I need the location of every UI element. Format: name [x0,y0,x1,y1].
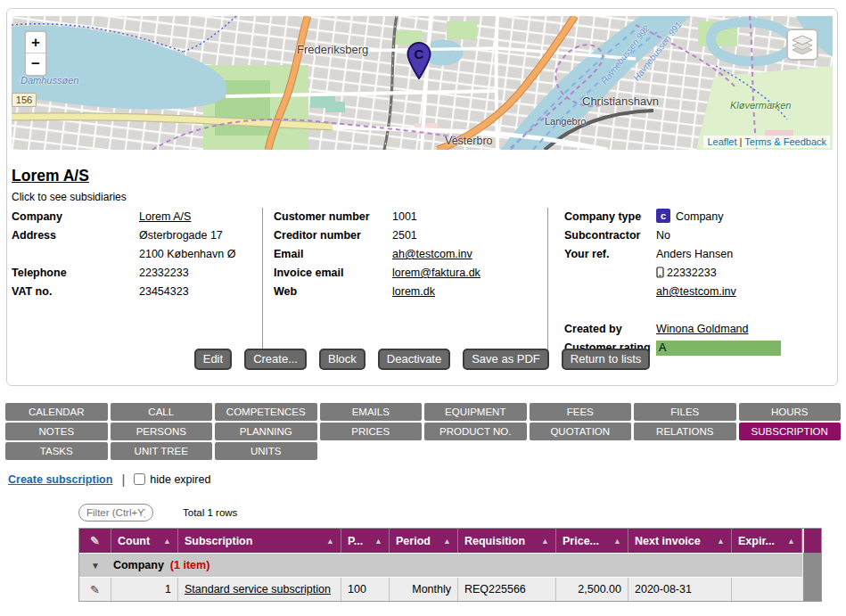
tab-units[interactable]: UNITS [215,442,317,460]
column-header-expires[interactable]: Expir... ▲ [732,529,802,553]
column-header-p[interactable]: P... ▲ [341,529,390,553]
toolbar-separator: | [121,472,125,487]
tab-fees[interactable]: FEES [530,403,632,421]
column-header-period[interactable]: Period ▲ [390,529,458,553]
action-button-row: Edit Create... Block Deactivate Save as … [7,349,837,370]
your-ref-name: Anders Hansen [656,245,736,264]
column-header-price[interactable]: Price... ▲ [556,529,628,553]
map-zoom-control: + − [24,30,47,77]
subcontractor-value: No [656,226,670,245]
scrollbar-header-cell [802,529,821,553]
spacer [564,301,834,320]
column-header-subscription[interactable]: Subscription ▲ [178,529,341,553]
table-row: ✎ 1 Standard service subscription 100 Mo… [79,577,802,601]
company-details: Company Lorem A/S Address Østerbrogade 1… [12,208,834,357]
your-ref-value: Anders Hansen 22332233 ah@testcom.inv [656,245,736,301]
tab-quotation[interactable]: QUOTATION [530,423,632,440]
tab-unit-tree[interactable]: UNIT TREE [111,442,213,460]
your-ref-phone: 22332233 [667,267,717,279]
group-item-count: (1 item) [170,559,209,571]
web-link[interactable]: lorem.dk [392,283,435,301]
subscription-grid: ✎ Count ▲ Subscription ▲ P... ▲ Period ▲… [78,528,822,602]
company-detail-panel: Frederiksberg Christianshavn Langebro Ve… [6,8,838,386]
tab-calendar[interactable]: CALENDAR [5,403,108,421]
tab-tasks[interactable]: TASKS [5,442,108,460]
column-header-requisition[interactable]: Requisition ▲ [458,529,556,553]
tab-relations[interactable]: RELATIONS [634,423,736,440]
grid-header-row: ✎ Count ▲ Subscription ▲ P... ▲ Period ▲… [79,529,821,553]
tab-call[interactable]: CALL [111,403,213,421]
deactivate-button[interactable]: Deactivate [378,349,450,370]
table-scrollbar[interactable] [802,553,821,601]
header-label: Count [118,535,150,547]
tab-equipment[interactable]: EQUIPMENT [424,403,527,421]
address-value: Østerbrogade 17 2100 København Ø [139,226,235,264]
your-ref-label: Your ref. [564,245,656,264]
sort-asc-icon: ▲ [609,537,621,546]
map-layers-button[interactable] [786,29,818,61]
terms-feedback-link[interactable]: Terms & Feedback [744,136,826,147]
return-to-lists-button[interactable]: Return to lists [562,349,650,370]
hide-expired-checkbox[interactable] [134,473,145,485]
details-column-middle: Customer number 1001 Creditor number 250… [262,208,547,357]
cell-period: Monthly [390,578,458,601]
subscription-link[interactable]: Standard service subscription [185,583,331,595]
tab-competences[interactable]: COMPETENCES [215,403,317,421]
cell-requisition: REQ225566 [458,578,556,601]
company-type-value: Company [676,210,724,223]
subscription-table-area: Total 1 rows ✎ Count ▲ Subscription ▲ P.… [78,504,822,602]
tab-emails[interactable]: EMAILS [320,403,423,421]
zoom-out-button[interactable]: − [26,53,45,75]
map-marker[interactable]: C [406,42,432,79]
edit-column-header[interactable]: ✎ [79,529,111,553]
cell-count: 1 [111,578,178,601]
email-link[interactable]: ah@testcom.inv [392,245,472,264]
edit-button[interactable]: Edit [194,349,232,370]
leaflet-link[interactable]: Leaflet [707,136,736,147]
tab-hours[interactable]: HOURS [739,403,842,421]
company-type-label: Company type [564,208,656,226]
header-label: P... [348,535,363,547]
tab-prices[interactable]: PRICES [320,423,423,440]
created-by-link[interactable]: Winona Goldmand [656,320,749,339]
address-line1: Østerbrogade 17 [139,226,235,245]
tab-persons[interactable]: PERSONS [111,423,213,440]
tab-product-no[interactable]: PRODUCT NO. [424,423,527,440]
address-label: Address [12,226,139,245]
zoom-in-button[interactable]: + [26,32,45,53]
map-label-frederiksberg: Frederiksberg [297,43,368,56]
sort-asc-icon: ▲ [370,537,382,546]
map-label-christianshavn: Christianshavn [582,94,659,108]
cell-expires [732,578,802,601]
row-edit-cell[interactable]: ✎ [79,578,111,601]
header-label: Requisition [464,535,525,547]
tab-files[interactable]: FILES [634,403,736,421]
create-subscription-link[interactable]: Create subscription [8,473,112,486]
save-as-pdf-button[interactable]: Save as PDF [463,349,549,370]
map-label-langebro: Langebro [545,116,587,127]
tab-planning[interactable]: PLANNING [215,423,317,440]
company-name-link[interactable]: Lorem A/S [139,208,191,226]
header-label: Price... [563,535,599,547]
tab-notes[interactable]: NOTES [5,423,108,440]
column-header-next-invoice[interactable]: Next invoice ▲ [628,529,732,553]
tab-subscription[interactable]: SUBSCRIPTION [739,423,842,440]
company-title[interactable]: Lorem A/S [12,167,89,185]
vat-value: 23454323 [139,283,189,301]
sort-asc-icon: ▲ [783,537,795,546]
map-label-klovermarken: Kløvermarken [730,100,791,111]
mobile-phone-icon [656,267,664,278]
address-line2: 2100 København Ø [139,245,235,264]
create-button[interactable]: Create... [244,349,307,370]
column-header-count[interactable]: Count ▲ [111,529,178,553]
group-collapse-icon[interactable]: ▼ [91,561,100,571]
block-button[interactable]: Block [319,349,366,370]
your-ref-email-link[interactable]: ah@testcom.inv [656,285,736,298]
filter-input[interactable] [78,504,153,522]
invoice-email-link[interactable]: lorem@faktura.dk [392,264,480,283]
sort-asc-icon: ▲ [439,537,451,546]
company-type-value-wrap: cCompany [656,208,724,226]
details-column-left: Company Lorem A/S Address Østerbrogade 1… [12,208,262,357]
subsidiaries-hint: Click to see subsidiaries [12,191,127,203]
leaflet-map[interactable]: Frederiksberg Christianshavn Langebro Ve… [12,16,833,150]
